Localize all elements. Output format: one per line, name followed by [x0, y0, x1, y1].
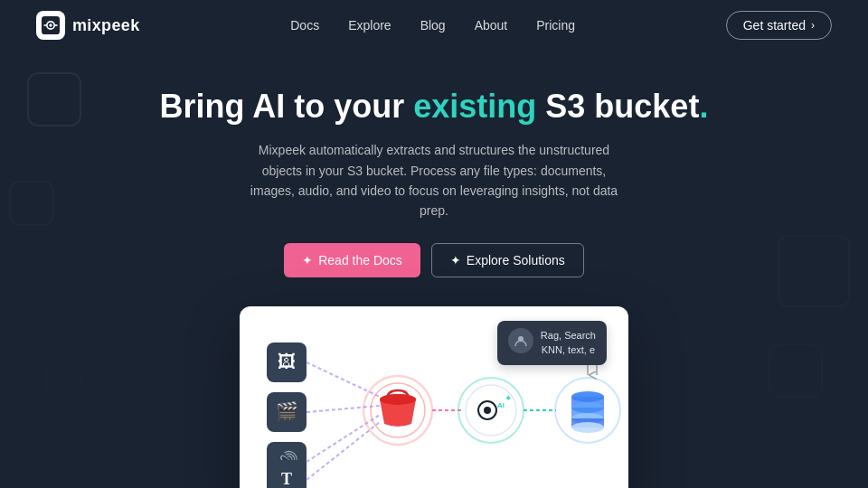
- logo[interactable]: mixpeek: [36, 11, 140, 40]
- nav-docs[interactable]: Docs: [290, 18, 319, 33]
- svg-text:🖼: 🖼: [278, 352, 296, 371]
- docs-label: Read the Docs: [318, 253, 402, 267]
- svg-text:T: T: [281, 470, 292, 488]
- nav-about[interactable]: About: [475, 18, 508, 33]
- svg-point-2: [49, 23, 52, 26]
- rag-label: Rag, Search: [541, 328, 596, 343]
- nav-blog[interactable]: Blog: [420, 18, 446, 33]
- docs-icon: ✦: [302, 253, 313, 267]
- get-started-button[interactable]: Get started ›: [726, 11, 832, 40]
- nav-pricing[interactable]: Pricing: [536, 18, 575, 33]
- explore-solutions-button[interactable]: ✦ Explore Solutions: [431, 243, 584, 277]
- hero-headline: Bring AI to your existing S3 bucket.: [18, 87, 850, 126]
- diagram-inner: Rag, Search KNN, text, e 🖼 🎬 🔊 T: [240, 306, 628, 488]
- rag-text: Rag, Search KNN, text, e: [541, 328, 596, 358]
- svg-point-17: [380, 394, 416, 405]
- logo-icon: [36, 11, 65, 40]
- svg-line-12: [307, 415, 380, 462]
- svg-line-13: [307, 422, 380, 480]
- rag-sublabel: KNN, text, e: [541, 343, 596, 358]
- headline-highlight: existing: [413, 88, 536, 125]
- svg-line-11: [307, 406, 380, 412]
- rag-avatar: [508, 328, 533, 353]
- get-started-arrow: ›: [811, 19, 815, 32]
- diagram-card: Rag, Search KNN, text, e 🖼 🎬 🔊 T: [240, 306, 628, 488]
- hero-description: Mixpeek automatically extracts and struc…: [244, 140, 624, 221]
- nav-explore[interactable]: Explore: [348, 18, 391, 33]
- svg-text:✦: ✦: [505, 393, 512, 403]
- navbar: mixpeek Docs Explore Blog About Pricing …: [0, 0, 868, 51]
- read-docs-button[interactable]: ✦ Read the Docs: [284, 243, 420, 277]
- rag-tooltip: Rag, Search KNN, text, e: [497, 321, 607, 365]
- get-started-label: Get started: [743, 18, 806, 33]
- svg-text:🎬: 🎬: [276, 400, 298, 422]
- svg-point-22: [484, 407, 491, 414]
- hero-section: Bring AI to your existing S3 bucket. Mix…: [0, 51, 868, 488]
- svg-point-33: [571, 422, 604, 433]
- headline-period: .: [699, 88, 708, 125]
- nav-links: Docs Explore Blog About Pricing: [290, 17, 575, 33]
- solutions-label: Explore Solutions: [467, 253, 565, 267]
- headline-pre: Bring AI to your: [160, 88, 414, 125]
- headline-post: S3 bucket: [536, 88, 699, 125]
- svg-text:AI: AI: [497, 401, 505, 409]
- hero-buttons: ✦ Read the Docs ✦ Explore Solutions: [18, 243, 850, 277]
- logo-text: mixpeek: [72, 16, 140, 35]
- solutions-icon: ✦: [450, 253, 461, 267]
